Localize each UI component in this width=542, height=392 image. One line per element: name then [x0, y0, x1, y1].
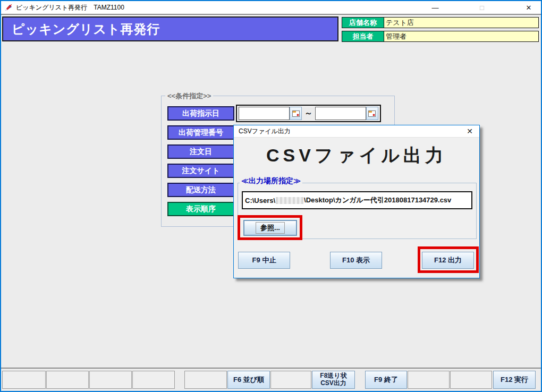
os-titlebar: ピッキングリスト再発行 TAMZ1100 — □ ✕: [1, 1, 541, 14]
fkey-f12-execute-button[interactable]: F12 実行: [493, 371, 536, 389]
date-range-separator: ～: [302, 108, 315, 118]
dialog-heading: CSVファイル出力: [234, 143, 479, 168]
window-title: ピッキングリスト再発行 TAMZ1100: [16, 3, 124, 12]
app-icon: [4, 3, 13, 12]
f12-output-button[interactable]: F12 出力: [422, 252, 474, 269]
staff-label: 担当者: [342, 31, 384, 42]
fkey-f8-line2: CSV出力: [320, 379, 346, 387]
titlebar-separator: [1, 14, 541, 15]
order-date-button[interactable]: 注文日: [167, 144, 234, 159]
fkey-f9-exit-button[interactable]: F9 終了: [365, 371, 407, 389]
output-path-field[interactable]: C:\Users\\Desktop\カンガルー代引20180817134729.…: [242, 191, 472, 209]
f9-cancel-button[interactable]: F9 中止: [238, 252, 290, 269]
path-prefix: C:\Users\: [245, 197, 275, 204]
fkey-f5-blank[interactable]: [184, 371, 227, 389]
page-header: ピッキングリスト再発行: [2, 16, 338, 41]
page-title: ピッキングリスト再発行: [12, 21, 160, 38]
browse-button-label: 参照...: [256, 222, 285, 234]
f10-show-button[interactable]: F10 表示: [330, 252, 382, 269]
dialog-title: CSVファイル出力: [239, 127, 465, 136]
dialog-titlebar: CSVファイル出力 ✕: [234, 125, 479, 138]
store-name-label: 店舗名称: [342, 17, 384, 28]
output-location-legend: ≪出力場所指定≫: [240, 176, 302, 186]
close-button[interactable]: ✕: [521, 4, 537, 12]
staff-value: 管理者: [384, 31, 539, 42]
fkey-f6-sort-button[interactable]: F6 並び順: [227, 371, 270, 389]
fkey-f10-blank[interactable]: [408, 371, 450, 389]
delivery-method-button[interactable]: 配送方法: [167, 183, 234, 197]
ship-number-button[interactable]: 出荷管理番号: [167, 125, 234, 140]
function-key-bar: F6 並び順 F8送り状 CSV出力 F9 終了 F12 実行: [1, 368, 541, 391]
fkey-f1-blank[interactable]: [2, 371, 46, 389]
dialog-close-icon[interactable]: ✕: [465, 127, 475, 135]
date-picker-from-button[interactable]: [290, 107, 302, 120]
fkey-f8-invoice-csv-button[interactable]: F8送り状 CSV出力: [312, 371, 355, 389]
redacted-username: [276, 197, 303, 204]
order-site-button[interactable]: 注文サイト: [167, 164, 234, 178]
csv-output-dialog: CSVファイル出力 ✕ CSVファイル出力 ≪出力場所指定≫ C:\Users\…: [233, 125, 480, 278]
ship-date-range: ～: [236, 105, 381, 122]
maximize-button[interactable]: □: [474, 4, 490, 12]
fkey-f11-blank[interactable]: [450, 371, 492, 389]
ship-date-button[interactable]: 出荷指示日: [167, 106, 234, 121]
app-window: ピッキングリスト再発行 TAMZ1100 — □ ✕ ピッキングリスト再発行 店…: [0, 0, 542, 392]
calendar-icon: [292, 110, 300, 117]
ship-date-to-input[interactable]: [315, 107, 366, 120]
store-row: 店舗名称 テスト店: [342, 17, 539, 28]
store-name-value: テスト店: [384, 17, 539, 28]
date-picker-to-button[interactable]: [366, 107, 378, 120]
path-suffix: \Desktop\カンガルー代引20180817134729.csv: [304, 195, 451, 205]
display-order-button[interactable]: 表示順序: [167, 202, 234, 216]
minimize-button[interactable]: —: [427, 4, 443, 12]
condition-legend: <<条件指定>>: [165, 91, 213, 101]
fkey-f2-blank[interactable]: [46, 371, 89, 389]
ship-date-from-input[interactable]: [239, 107, 290, 120]
calendar-icon: [368, 110, 376, 117]
staff-row: 担当者 管理者: [342, 31, 539, 42]
browse-button[interactable]: 参照...: [243, 220, 297, 236]
fkey-f8-line1: F8送り状: [320, 372, 346, 379]
fkey-f3-blank[interactable]: [89, 371, 132, 389]
fkey-f7-blank[interactable]: [270, 371, 311, 389]
fkey-f4-blank[interactable]: [132, 371, 175, 389]
